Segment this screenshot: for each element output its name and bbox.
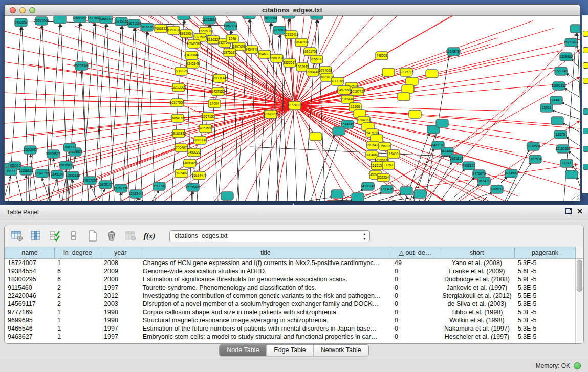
graph-node-label: 10653287 [73, 16, 88, 20]
graph-node-label: 9242848 [186, 62, 200, 65]
graph-node-label: 9857791 [153, 184, 166, 188]
graph-node-teal[interactable] [352, 193, 364, 201]
create-column-icon[interactable] [86, 230, 99, 242]
graph-node-label: 15493 [389, 152, 398, 156]
row-height-icon[interactable] [68, 230, 80, 242]
table-mode-icon[interactable] [11, 230, 23, 242]
graph-node-partial [583, 108, 588, 115]
graph-node-yellow[interactable] [398, 93, 410, 101]
column-header-year[interactable]: year [101, 247, 140, 258]
graph-node-yellow[interactable] [426, 70, 438, 78]
graph-node-teal[interactable] [282, 16, 295, 18]
tab-node-table[interactable]: Node Table [220, 345, 266, 356]
close-panel-icon[interactable]: ✕ [577, 208, 583, 214]
cell-in_degree: 1 [54, 324, 101, 333]
graph-node-label: 14138141 [361, 184, 376, 188]
cell-year: 2009 [101, 267, 140, 275]
minimize-window-button[interactable] [19, 7, 26, 13]
graph-node-teal[interactable] [333, 127, 345, 135]
graph-node-teal[interactable] [400, 187, 412, 195]
dropdown-stepper-icon: ▲▼ [363, 232, 366, 241]
column-header-out_degree[interactable]: △ out_de… [391, 247, 439, 258]
graph-node-teal[interactable] [570, 25, 580, 33]
table-vertical-scrollbar[interactable] [575, 259, 583, 344]
tab-network-table[interactable]: Network Table [313, 345, 368, 356]
graph-node-partial [583, 78, 588, 84]
graph-node-partial [583, 31, 588, 37]
table-row[interactable]: 1456911722003Disruption of a novel membe… [5, 300, 576, 308]
column-header-short[interactable]: short [439, 247, 514, 258]
function-builder-icon[interactable]: f(x) [143, 230, 156, 242]
graph-node-label: 15958 [542, 106, 551, 110]
graph-node-yellow[interactable] [310, 133, 322, 141]
table-row[interactable]: 969969511998Structural magnetic resonanc… [5, 316, 576, 324]
graph-node-teal[interactable] [551, 117, 563, 125]
cell-short: Wolkin et al. (1998) [439, 316, 515, 324]
graph-node-label: 18724007 [288, 103, 302, 107]
graph-node-label: 16782759 [114, 186, 128, 190]
graph-node-teal[interactable] [178, 16, 190, 20]
close-window-button[interactable] [10, 7, 16, 13]
black-edge [135, 28, 142, 201]
graph-node-label: 8471676 [472, 172, 486, 176]
graph-node-label: 17004675 [174, 146, 189, 149]
graph-node-label: 19166822 [171, 132, 186, 135]
black-edge [565, 137, 580, 146]
graph-node-label: 8267130 [202, 115, 215, 118]
show-columns-icon[interactable] [30, 230, 42, 242]
graph-node-label: 16654985 [170, 116, 185, 120]
graph-node-teal[interactable] [221, 192, 233, 200]
graph-node-yellow[interactable] [409, 110, 421, 118]
table-selector-dropdown[interactable]: citations_edges.txt ▲▼ [169, 230, 370, 242]
graph-node-label: 12325419 [284, 33, 299, 36]
black-edge [574, 195, 579, 200]
cell-pagerank: 5.3E-5 [515, 316, 576, 324]
column-header-name[interactable]: name [5, 247, 55, 258]
graph-node-teal[interactable] [436, 119, 448, 127]
network-window-titlebar[interactable]: citations_edges.txt [5, 5, 580, 16]
graph-node-yellow[interactable] [406, 77, 418, 85]
cell-out_degree: 0 [391, 292, 439, 300]
graph-node-label: 16961758 [303, 50, 318, 53]
memory-ok-indicator[interactable] [574, 362, 581, 369]
scrollbar-thumb[interactable] [577, 260, 582, 292]
table-row[interactable]: 946362711997Embryonic stem cells: a mode… [5, 333, 576, 341]
graph-node-teal[interactable] [414, 190, 426, 198]
cell-name: 19384554 [5, 267, 54, 275]
graph-node-yellow[interactable] [382, 68, 395, 76]
graph-node-label: 6794028 [319, 69, 332, 72]
graph-node-label: 8595412 [366, 143, 380, 147]
table-row[interactable]: 2242004622012Investigating the contribut… [5, 292, 576, 300]
graph-node-yellow[interactable] [402, 85, 414, 93]
graph-node-teal[interactable] [243, 16, 255, 19]
network-view-canvas[interactable]: 1403557206914061065328715276026466160107… [5, 16, 580, 201]
column-header-title[interactable]: title [140, 247, 391, 258]
import-table-icon[interactable] [124, 230, 137, 242]
table-row[interactable]: 977716911998Corpus callosum shape and si… [5, 308, 576, 316]
graph-node-label: 16648784 [446, 50, 461, 53]
cell-out_degree: 0 [391, 324, 439, 333]
column-header-in_degree[interactable]: in_degree [54, 247, 101, 258]
graph-node-label: 9245612 [490, 187, 504, 191]
zoom-window-button[interactable] [29, 7, 35, 13]
table-row[interactable]: 1938455462009Genome-wide association stu… [5, 267, 576, 275]
select-columns-icon[interactable] [49, 230, 61, 242]
table-row[interactable]: 946554611997Estimation of the future num… [5, 324, 576, 333]
delete-column-icon[interactable] [105, 230, 118, 242]
cell-in_degree: 6 [54, 275, 101, 283]
graph-node-label: 20691406 [34, 19, 49, 23]
graph-node-teal[interactable] [311, 16, 323, 19]
table-row[interactable]: 1872400712008Changes of HCN gene express… [5, 259, 576, 267]
tab-edge-table[interactable]: Edge Table [266, 345, 313, 356]
table-row[interactable]: 911546021997Tourette syndrome. Phenomeno… [5, 283, 576, 292]
graph-node-label: 12093852 [552, 84, 567, 87]
graph-node-teal[interactable] [331, 190, 343, 198]
graph-node-label: 10654112 [477, 179, 492, 183]
float-panel-icon[interactable] [565, 208, 572, 214]
table-row[interactable]: 1830029562008Estimation of significance … [5, 275, 576, 283]
graph-node-teal[interactable] [54, 16, 66, 24]
graph-node-label: 7625402 [175, 171, 188, 175]
column-header-pagerank[interactable]: pagerank [514, 247, 575, 258]
graph-node-teal[interactable] [565, 170, 578, 179]
cell-pagerank: 5.6E-5 [515, 267, 576, 275]
